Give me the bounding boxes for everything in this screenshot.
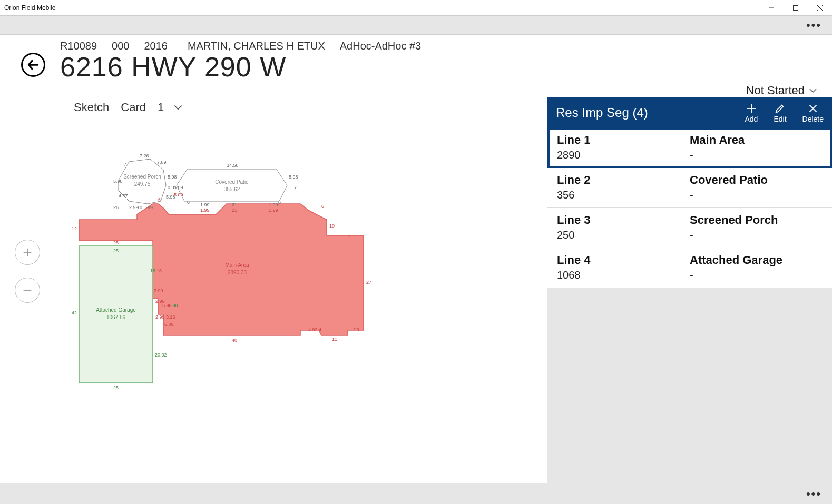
parcel-mult: 000	[112, 40, 129, 52]
svg-text:7.26: 7.26	[140, 153, 149, 159]
main-area-value: 2890.33	[228, 270, 247, 275]
segment-panel-title: Res Imp Seg (4)	[556, 105, 648, 120]
svg-text:10: 10	[137, 205, 142, 210]
svg-text:1.99: 1.99	[200, 202, 210, 207]
breadcrumb: R10089 000 2016 MARTIN, CHARLES H ETUX A…	[60, 40, 421, 52]
svg-text:25: 25	[113, 240, 119, 245]
card-selector[interactable]: 1	[158, 101, 183, 114]
garage-value: 1067.86	[106, 314, 126, 320]
svg-text:21: 21	[232, 207, 237, 213]
svg-text:1.99: 1.99	[269, 202, 278, 207]
delete-button[interactable]: Delete	[802, 103, 824, 123]
edit-button[interactable]: Edit	[774, 103, 786, 123]
svg-rect-1	[794, 5, 798, 10]
owner-name: MARTIN, CHARLES H ETUX	[188, 40, 325, 52]
arrow-left-icon	[26, 58, 40, 72]
segment-type: Screened Porch	[690, 213, 823, 227]
segment-value: 2890	[557, 149, 690, 161]
parcel-year: 2016	[144, 40, 168, 52]
patio-value: 355.62	[224, 186, 240, 192]
main-area-label: Main Area	[225, 262, 249, 268]
maximize-button[interactable]	[784, 0, 808, 15]
segment-panel-header: Res Imp Seg (4) Add Edit Delete	[547, 97, 832, 128]
close-button[interactable]	[808, 0, 832, 15]
svg-text:6: 6	[187, 200, 190, 205]
card-number: 1	[158, 101, 164, 114]
svg-text:99: 99	[148, 205, 153, 210]
svg-text:34.58: 34.58	[227, 163, 239, 168]
svg-text:5.98: 5.98	[162, 303, 172, 308]
svg-text:5.98: 5.98	[168, 174, 177, 180]
svg-text:6: 6	[278, 200, 281, 205]
window-title: Orion Field Mobile	[4, 4, 55, 12]
svg-text:11: 11	[332, 337, 337, 342]
segment-row[interactable]: Line 2Covered Patio356-	[547, 168, 832, 208]
command-bar-bottom: •••	[0, 483, 832, 504]
segment-extra: -	[690, 269, 823, 281]
svg-text:2.99: 2.99	[155, 314, 165, 320]
close-icon	[807, 103, 819, 114]
segment-panel: Res Imp Seg (4) Add Edit Delete Line 1Ma…	[547, 97, 832, 487]
command-bar-top: •••	[0, 16, 832, 35]
svg-text:5.09: 5.09	[174, 185, 183, 190]
back-button[interactable]	[21, 53, 45, 77]
svg-text:7: 7	[124, 162, 126, 167]
assignment-label: AdHoc-AdHoc #3	[340, 40, 422, 52]
add-button[interactable]: Add	[745, 103, 758, 123]
segment-type: Attached Garage	[690, 253, 823, 267]
svg-text:7: 7	[348, 234, 350, 239]
zoom-controls	[15, 240, 40, 303]
svg-text:5.09: 5.09	[174, 192, 183, 197]
segment-extra: -	[690, 229, 823, 241]
svg-text:26: 26	[113, 205, 119, 210]
svg-text:5.98: 5.98	[113, 179, 123, 184]
zoom-in-button[interactable]	[15, 240, 40, 265]
plus-icon	[746, 103, 757, 114]
svg-text:10: 10	[329, 223, 335, 229]
svg-text:1.99: 1.99	[269, 207, 278, 213]
floor-plan-svg: Main Area 2890.33 Attached Garage 1067.8…	[68, 151, 385, 404]
body: Sketch Card 1 Main Area 2890.33 Attached…	[0, 97, 832, 487]
sketch-label: Sketch	[74, 101, 109, 114]
titlebar: Orion Field Mobile	[0, 0, 832, 16]
svg-text:16: 16	[156, 268, 162, 273]
garage-label: Attached Garage	[96, 307, 136, 313]
patio-label: Covered Patio	[215, 179, 249, 185]
shape-covered-patio[interactable]	[177, 170, 287, 201]
segment-line: Line 2	[557, 173, 690, 187]
svg-text:1.99: 1.99	[200, 207, 210, 213]
sketch-toolbar: Sketch Card 1	[21, 97, 547, 120]
svg-text:21: 21	[232, 202, 237, 207]
segment-type: Covered Patio	[690, 173, 823, 187]
svg-text:5.98: 5.98	[166, 194, 175, 200]
svg-text:20.02: 20.02	[155, 352, 167, 358]
pencil-icon	[774, 103, 786, 114]
segment-value: 1068	[557, 269, 690, 281]
status-label: Not Started	[746, 84, 805, 97]
sketch-canvas[interactable]: Main Area 2890.33 Attached Garage 1067.8…	[21, 120, 547, 487]
svg-text:3.16: 3.16	[166, 314, 175, 320]
svg-text:12: 12	[72, 226, 77, 231]
segment-extra: -	[690, 189, 823, 201]
zoom-out-button[interactable]	[15, 278, 40, 303]
svg-text:4: 4	[319, 327, 321, 332]
card-label: Card	[121, 101, 146, 114]
page-title: 6216 HWY 290 W	[60, 51, 421, 83]
segment-row[interactable]: Line 4Attached Garage1068-	[547, 248, 832, 288]
svg-text:25: 25	[113, 248, 119, 253]
status-dropdown[interactable]: Not Started	[746, 84, 817, 97]
sketch-panel: Sketch Card 1 Main Area 2890.33 Attached…	[0, 97, 547, 487]
segment-row[interactable]: Line 3Screened Porch250-	[547, 208, 832, 248]
segment-row[interactable]: Line 1Main Area2890-	[547, 128, 832, 168]
svg-text:2.99: 2.99	[154, 288, 163, 293]
minimize-button[interactable]	[759, 0, 784, 15]
svg-text:6: 6	[321, 204, 324, 209]
segment-line: Line 1	[557, 133, 690, 147]
svg-text:27: 27	[366, 280, 371, 285]
parcel-id: R10089	[60, 40, 97, 52]
window-controls	[759, 0, 832, 15]
porch-label: Screened Porch	[123, 174, 161, 180]
porch-value: 249.75	[134, 181, 151, 187]
chevron-down-icon	[173, 103, 183, 112]
svg-text:7: 7	[294, 185, 297, 190]
